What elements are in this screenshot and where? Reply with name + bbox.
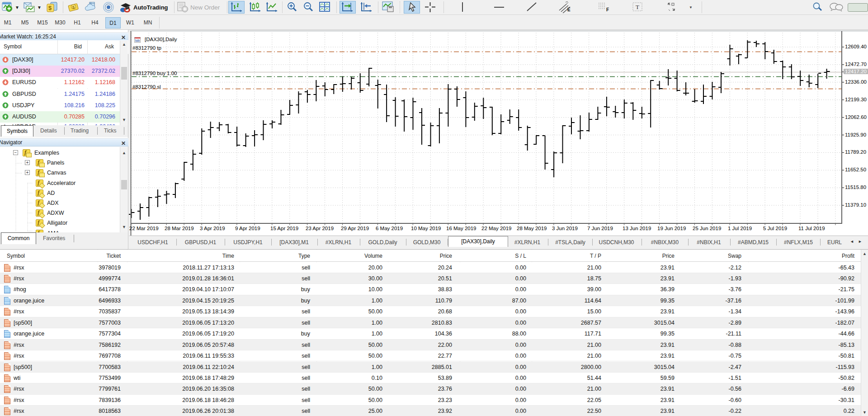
svg-text:T: T — [636, 4, 639, 10]
svg-text:5: 5 — [72, 5, 75, 9]
svg-text:$: $ — [48, 5, 52, 11]
svg-text:E: E — [567, 7, 571, 12]
svg-text:F: F — [606, 7, 609, 12]
